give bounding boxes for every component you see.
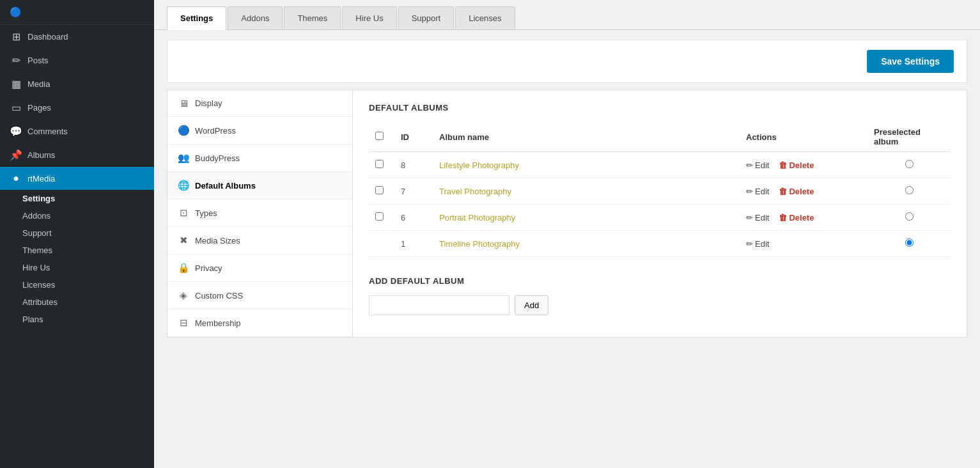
sidebar-item-comments[interactable]: 💬 Comments xyxy=(0,120,154,143)
trash-icon: 🗑 xyxy=(779,213,787,222)
sidebar-item-media[interactable]: ▦ Media xyxy=(0,72,154,96)
row-checkbox-cell xyxy=(369,231,394,257)
settings-nav-label: Custom CSS xyxy=(195,291,243,300)
display-icon: 🖥 xyxy=(177,98,190,109)
default-albums-icon: 🌐 xyxy=(177,180,190,191)
delete-label: Delete xyxy=(789,187,814,196)
settings-nav-label: Default Albums xyxy=(195,181,256,191)
sidebar-item-albums[interactable]: 📌 Albums xyxy=(0,143,154,167)
sidebar-sub-item-hire-us[interactable]: Hire Us xyxy=(0,259,154,276)
row-checkbox-cell xyxy=(369,152,394,178)
preselected-radio[interactable] xyxy=(905,186,914,194)
album-id: 8 xyxy=(394,152,433,178)
settings-nav-buddypress[interactable]: 👥 BuddyPress xyxy=(167,144,352,172)
edit-label: Edit xyxy=(755,160,769,170)
settings-nav-default-albums[interactable]: 🌐 Default Albums xyxy=(167,172,352,199)
sidebar-sub-item-plans[interactable]: Plans xyxy=(0,311,154,328)
tab-hire-us[interactable]: Hire Us xyxy=(342,6,396,29)
trash-icon: 🗑 xyxy=(779,160,787,170)
settings-nav-privacy[interactable]: 🔒 Privacy xyxy=(167,254,352,282)
tab-settings[interactable]: Settings xyxy=(167,6,226,30)
add-album-title: ADD DEFAULT ALBUM xyxy=(369,276,951,286)
sidebar-nav: ⊞ Dashboard ✏ Posts ▦ Media ▭ Pages 💬 Co… xyxy=(0,25,154,328)
col-header-checkbox xyxy=(369,122,394,152)
album-name: Lifestyle Photography xyxy=(433,152,740,178)
delete-button[interactable]: 🗑 Delete xyxy=(779,160,814,170)
wordpress-icon: 🔵 xyxy=(177,125,190,136)
sidebar-sub-item-licenses[interactable]: Licenses xyxy=(0,276,154,293)
add-album-button[interactable]: Add xyxy=(515,295,548,315)
media-sizes-icon: ✖ xyxy=(177,235,190,246)
sidebar-sub-item-attributes[interactable]: Attributes xyxy=(0,293,154,311)
settings-nav-label: Media Sizes xyxy=(195,236,240,246)
sidebar-item-dashboard[interactable]: ⊞ Dashboard xyxy=(0,25,154,49)
trash-icon: 🗑 xyxy=(779,187,787,196)
privacy-icon: 🔒 xyxy=(177,262,190,274)
add-album-input[interactable] xyxy=(369,295,509,315)
comments-icon: 💬 xyxy=(10,125,22,137)
tab-themes[interactable]: Themes xyxy=(284,6,341,29)
edit-button[interactable]: ✏ Edit xyxy=(746,187,769,196)
preselected-radio[interactable] xyxy=(905,238,914,247)
add-album-form: Add xyxy=(369,295,951,315)
sidebar-item-label: rtMedia xyxy=(27,174,55,183)
save-settings-button[interactable]: Save Settings xyxy=(867,50,954,73)
preselected-radio[interactable] xyxy=(905,212,914,221)
delete-label: Delete xyxy=(789,160,814,170)
album-name: Travel Photography xyxy=(433,178,740,205)
settings-nav-label: WordPress xyxy=(195,126,236,136)
sidebar-item-label: Pages xyxy=(27,103,51,113)
edit-button[interactable]: ✏ Edit xyxy=(746,239,769,249)
wp-icon: 🔵 xyxy=(10,6,22,18)
sidebar-item-rtmedia[interactable]: ● rtMedia xyxy=(0,167,154,190)
settings-nav-media-sizes[interactable]: ✖ Media Sizes xyxy=(167,227,352,254)
preselected-cell xyxy=(867,205,951,231)
settings-nav-wordpress[interactable]: 🔵 WordPress xyxy=(167,117,352,144)
edit-button[interactable]: ✏ Edit xyxy=(746,213,769,222)
sidebar: 🔵 ⊞ Dashboard ✏ Posts ▦ Media ▭ Pages 💬 … xyxy=(0,0,154,468)
settings-nav-display[interactable]: 🖥 Display xyxy=(167,90,352,117)
row-checkbox[interactable] xyxy=(375,212,384,221)
pencil-icon: ✏ xyxy=(746,187,753,196)
tab-licenses[interactable]: Licenses xyxy=(455,6,515,29)
settings-nav-label: Membership xyxy=(195,318,241,328)
preselected-cell xyxy=(867,231,951,257)
sidebar-item-pages[interactable]: ▭ Pages xyxy=(0,96,154,120)
album-id: 1 xyxy=(394,231,433,257)
sidebar-item-label: Media xyxy=(27,79,50,89)
delete-button[interactable]: 🗑 Delete xyxy=(779,213,814,222)
sidebar-sub-item-support[interactable]: Support xyxy=(0,224,154,242)
delete-label: Delete xyxy=(789,213,814,222)
preselected-cell xyxy=(867,178,951,205)
sidebar-sub-item-addons[interactable]: Addons xyxy=(0,207,154,224)
select-all-checkbox[interactable] xyxy=(375,132,384,140)
table-row: 8Lifestyle Photography ✏ Edit 🗑 Delete xyxy=(369,152,951,178)
edit-label: Edit xyxy=(755,213,769,222)
tab-addons[interactable]: Addons xyxy=(228,6,283,29)
pages-icon: ▭ xyxy=(10,102,22,114)
settings-nav-membership[interactable]: ⊟ Membership xyxy=(167,309,352,337)
tab-support[interactable]: Support xyxy=(398,6,455,29)
settings-content: DEFAULT ALBUMS ID Album name Actions Pre… xyxy=(353,90,967,337)
col-header-id: ID xyxy=(394,122,433,152)
sidebar-item-posts[interactable]: ✏ Posts xyxy=(0,49,154,72)
sidebar-sub-item-themes[interactable]: Themes xyxy=(0,242,154,259)
preselected-radio[interactable] xyxy=(905,160,914,168)
sidebar-sub-item-settings[interactable]: Settings xyxy=(0,190,154,207)
preselected-cell xyxy=(867,152,951,178)
settings-nav-types[interactable]: ⊡ Types xyxy=(167,199,352,227)
album-name: Portrait Photography xyxy=(433,205,740,231)
row-checkbox[interactable] xyxy=(375,186,384,194)
sidebar-item-label: Dashboard xyxy=(27,32,68,42)
settings-nav-label: BuddyPress xyxy=(195,153,240,163)
edit-button[interactable]: ✏ Edit xyxy=(746,160,769,170)
table-row: 1Timeline Photography ✏ Edit xyxy=(369,231,951,257)
row-checkbox[interactable] xyxy=(375,160,384,168)
settings-nav-custom-css[interactable]: ◈ Custom CSS xyxy=(167,282,352,309)
delete-button[interactable]: 🗑 Delete xyxy=(779,187,814,196)
dashboard-icon: ⊞ xyxy=(10,31,22,43)
posts-icon: ✏ xyxy=(10,54,22,66)
album-name: Timeline Photography xyxy=(433,231,740,257)
album-actions: ✏ Edit 🗑 Delete xyxy=(740,178,867,205)
settings-nav-label: Types xyxy=(195,208,217,218)
